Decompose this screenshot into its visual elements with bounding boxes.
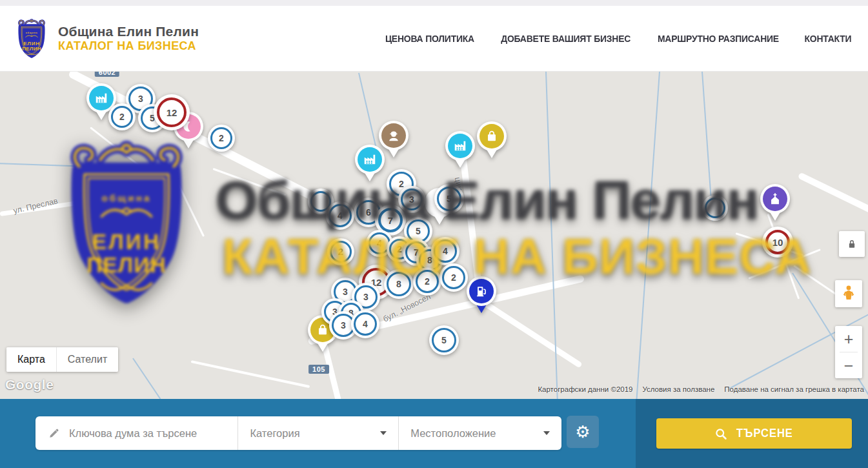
cluster-marker[interactable]: 2: [327, 238, 354, 265]
cluster-count: 2: [425, 276, 430, 287]
attribution-terms-link[interactable]: Условия за ползване: [642, 385, 714, 393]
google-map[interactable]: 6002105ул. Преславбул. „Новоселции 32512…: [0, 71, 868, 399]
chevron-down-icon: [380, 431, 387, 435]
map-road: [798, 172, 868, 216]
header: общинаЕЛИНПЕЛИН Община Елин Пелин КАТАЛО…: [0, 6, 868, 72]
cluster-marker[interactable]: 5: [434, 184, 464, 214]
zoom-control: + −: [835, 326, 862, 378]
pin-body: [760, 184, 790, 214]
site-title: Община Елин Пелин: [58, 24, 199, 39]
cluster-count: 2: [451, 272, 456, 283]
cluster-count: 5: [416, 226, 421, 236]
map-attribution: Картографски данни ©2019 Условия за полз…: [538, 385, 864, 393]
search-bar: Категория Местоположение ⚙ ТЪРСЕНЕ: [0, 399, 868, 468]
attribution-map-data: Картографски данни ©2019: [538, 385, 632, 393]
lock-icon: [846, 238, 858, 250]
factory-pin[interactable]: [355, 145, 385, 185]
cluster-marker[interactable]: [702, 195, 728, 221]
chevron-down-icon: [543, 431, 550, 435]
cluster-count: 3: [343, 287, 348, 297]
svg-text:ЕЛИН: ЕЛИН: [92, 230, 161, 254]
bag-icon: [479, 124, 504, 148]
cluster-count: 4: [338, 210, 343, 221]
cluster-marker[interactable]: 2: [208, 125, 235, 152]
pencil-icon: [48, 427, 60, 439]
gear-icon: ⚙: [575, 423, 590, 440]
keyword-section: [35, 416, 237, 450]
nav-contacts[interactable]: КОНТАКТИ: [805, 34, 852, 44]
search-button-label: ТЪРСЕНЕ: [736, 427, 793, 440]
keyword-input[interactable]: [68, 427, 219, 440]
location-dropdown[interactable]: Местоположение: [399, 416, 561, 450]
cluster-count: 5: [447, 194, 452, 204]
cluster-marker[interactable]: 2: [439, 263, 468, 292]
search-button[interactable]: ТЪРСЕНЕ: [656, 418, 852, 449]
cluster-marker[interactable]: 3: [398, 186, 425, 213]
cluster-marker[interactable]: 2: [413, 267, 441, 296]
cluster-count: 2: [219, 133, 224, 143]
cluster-count: 3: [341, 320, 346, 331]
church-icon: [763, 187, 787, 211]
nav-pricing[interactable]: ЦЕНОВА ПОЛИТИКА: [385, 34, 474, 44]
road-number-label: 6002: [95, 71, 119, 77]
cluster-count: 4: [363, 319, 368, 329]
factory-pin[interactable]: [445, 131, 475, 171]
map-road: [161, 149, 205, 237]
cluster-marker[interactable]: 10: [762, 227, 793, 258]
cluster-count: 3: [138, 94, 143, 104]
cluster-count: 4: [377, 238, 382, 249]
factory-icon: [358, 147, 382, 172]
nav-route-schedule[interactable]: МАРШРУТНО РАЗПИСАНИЕ: [658, 34, 779, 44]
cluster-marker[interactable]: 2: [108, 103, 136, 130]
svg-text:община: община: [26, 31, 38, 34]
category-dropdown[interactable]: Категория: [238, 416, 398, 450]
cluster-marker[interactable]: 4: [351, 310, 379, 338]
cluster-marker[interactable]: 5: [429, 325, 459, 355]
cluster-count: 2: [397, 244, 402, 254]
worker-icon: [381, 123, 406, 148]
search-icon: [714, 427, 727, 440]
zoom-in-button[interactable]: +: [835, 326, 862, 352]
map-water-line: [132, 358, 161, 399]
pin-body: [467, 276, 496, 306]
zoom-out-button[interactable]: −: [835, 352, 862, 378]
maptype-control: Карта Сателит: [6, 347, 118, 372]
pin-body: [445, 131, 475, 161]
watermark-subtitle: КАТАЛОГ НА БИЗНЕСА: [222, 227, 812, 286]
pegman-button[interactable]: [835, 280, 862, 307]
filter-bar: Категория Местоположение: [35, 416, 561, 450]
attribution-report-link[interactable]: Подаване на сигнал за грешка в картата: [724, 385, 864, 393]
cluster-count: 3: [363, 292, 368, 302]
cluster-marker[interactable]: 8: [384, 269, 414, 299]
cluster-count: 12: [167, 107, 177, 118]
cluster-marker[interactable]: 12: [154, 94, 190, 130]
location-label: Местоположение: [410, 427, 496, 440]
bag-pin[interactable]: [477, 121, 507, 161]
map-road: [191, 360, 310, 388]
road-number-label: 105: [308, 365, 329, 374]
cluster-count: 6: [366, 207, 371, 218]
street-name-label: ул. Преслав: [12, 196, 59, 215]
pin-body: [355, 145, 385, 174]
fuel-pin[interactable]: [467, 276, 496, 316]
church-pin[interactable]: [760, 184, 790, 224]
nav-add-business[interactable]: ДОБАВЕТЕ ВАШИЯТ БИЗНЕС: [501, 34, 631, 44]
site-subtitle: КАТАЛОГ НА БИЗНЕСА: [58, 39, 199, 53]
lock-button[interactable]: [839, 231, 865, 257]
google-logo[interactable]: Google: [5, 377, 54, 392]
cluster-count: 2: [119, 112, 125, 122]
maptype-satellite-button[interactable]: Сателит: [56, 347, 118, 372]
factory-icon: [89, 86, 114, 110]
maptype-map-button[interactable]: Карта: [6, 347, 56, 372]
site-logo[interactable]: общинаЕЛИНПЕЛИН Община Елин Пелин КАТАЛО…: [14, 18, 199, 59]
cluster-marker[interactable]: 4: [326, 201, 354, 230]
cluster-marker[interactable]: 4: [431, 237, 459, 265]
svg-text:ЕЛИН: ЕЛИН: [23, 40, 40, 46]
pegman-icon: [841, 285, 856, 303]
cluster-count: 8: [396, 279, 401, 289]
advanced-settings-button[interactable]: ⚙: [567, 416, 599, 448]
factory-icon: [448, 134, 472, 158]
cluster-count: 3: [409, 194, 414, 205]
fuel-icon: [469, 279, 494, 303]
cluster-count: 2: [399, 179, 404, 189]
